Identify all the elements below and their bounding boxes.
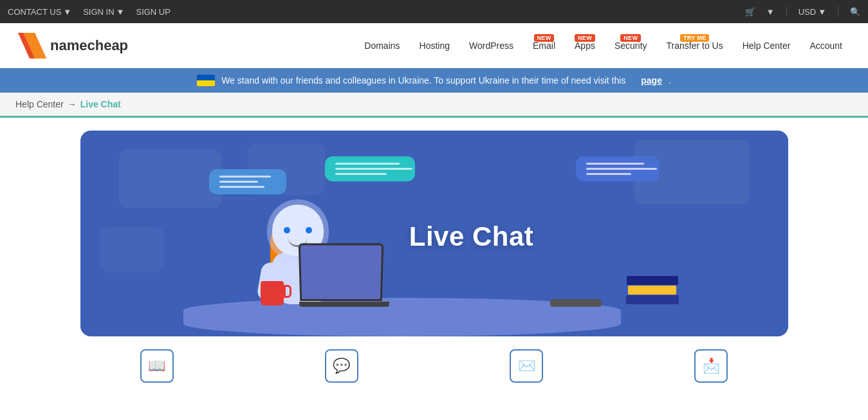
- bottom-icon-knowledge[interactable]: 📖: [140, 349, 174, 383]
- nav-label-help: Help Center: [743, 41, 791, 51]
- bubble-line: [335, 168, 412, 170]
- hero-title: Live Chat: [409, 221, 534, 252]
- flag-yellow: [197, 80, 215, 86]
- nav-item-domains[interactable]: Domains: [356, 35, 407, 56]
- nav-items: Domains Hosting WordPress NEW Email NEW …: [356, 35, 850, 56]
- nav-item-apps[interactable]: NEW Apps: [567, 35, 603, 56]
- bubble-line: [219, 181, 258, 183]
- bubble-line: [335, 163, 400, 165]
- yeti-eye-left: [284, 227, 290, 233]
- nav-item-wordpress[interactable]: WordPress: [461, 35, 521, 56]
- logo[interactable]: namecheap: [18, 33, 128, 59]
- breadcrumb-arrow: →: [68, 99, 77, 109]
- speech-bubble-center: [325, 156, 415, 181]
- yeti-eye-right: [306, 227, 312, 233]
- nav-label-hosting: Hosting: [420, 41, 450, 51]
- speech-bubble-right: [576, 156, 660, 181]
- security-badge: NEW: [620, 34, 641, 42]
- laptop: [299, 244, 389, 307]
- breadcrumb-parent[interactable]: Help Center: [15, 99, 64, 109]
- laptop-screen: [298, 243, 383, 301]
- email-badge: NEW: [534, 34, 555, 42]
- laptop-base: [299, 302, 389, 307]
- nav-label-domains: Domains: [364, 41, 400, 51]
- bubble-line: [586, 168, 657, 170]
- nav-label-email: Email: [533, 41, 555, 51]
- book-2: [628, 286, 676, 295]
- ticket-icon: 📩: [694, 349, 728, 383]
- apps-badge: NEW: [575, 34, 595, 42]
- ukraine-period: .: [669, 75, 671, 86]
- bottom-icon-email[interactable]: ✉️: [510, 349, 543, 383]
- contact-us-arrow: ▼: [63, 7, 71, 17]
- mug-handle: [284, 285, 291, 298]
- cart-arrow: ▼: [766, 7, 775, 17]
- nav-item-account[interactable]: Account: [802, 35, 850, 56]
- ukraine-link[interactable]: page: [641, 75, 662, 86]
- ukraine-flag: [197, 75, 215, 86]
- bg-bubble-1: [119, 150, 222, 208]
- bubble-line: [586, 173, 631, 175]
- nav-label-transfer: Transfer to Us: [667, 41, 723, 51]
- book-3: [626, 295, 679, 304]
- divider: [786, 6, 787, 17]
- bottom-icon-chat[interactable]: 💬: [325, 349, 358, 383]
- hero-section: Live Chat: [0, 118, 868, 336]
- hero-inner: Live Chat: [80, 131, 788, 336]
- live-chat-icon: 💬: [325, 349, 358, 383]
- tablet: [550, 299, 602, 307]
- divider2: [838, 6, 838, 17]
- bubble-line: [219, 186, 264, 188]
- ukraine-banner: We stand with our friends and colleagues…: [0, 68, 868, 93]
- nav-item-help[interactable]: Help Center: [735, 35, 799, 56]
- ukraine-text: We stand with our friends and colleagues…: [221, 75, 625, 86]
- coffee-mug: [261, 281, 284, 306]
- speech-bubble-left: [209, 169, 286, 194]
- nav-item-email[interactable]: NEW Email: [525, 35, 563, 56]
- top-bar-right: 🛒 ▼ USD▼ 🔍: [745, 6, 860, 17]
- logo-text: namecheap: [50, 37, 128, 54]
- sign-in-arrow: ▼: [116, 7, 125, 17]
- knowledge-base-icon: 📖: [140, 349, 174, 383]
- currency-selector[interactable]: USD▼: [799, 7, 826, 17]
- sign-up-link[interactable]: SIGN UP: [136, 7, 170, 17]
- nav-label-wordpress: WordPress: [469, 41, 513, 51]
- nav-item-hosting[interactable]: Hosting: [412, 35, 457, 56]
- email-support-icon: ✉️: [510, 349, 543, 383]
- breadcrumb: Help Center → Live Chat: [0, 93, 868, 118]
- bubble-line: [219, 176, 271, 178]
- breadcrumb-current: Live Chat: [80, 99, 121, 109]
- top-bar-left: CONTACT US▼ SIGN IN▼ SIGN UP: [8, 7, 171, 17]
- logo-icon: [18, 33, 46, 59]
- bottom-icon-ticket[interactable]: 📩: [694, 349, 728, 383]
- books-stack: [626, 276, 679, 304]
- nav-label-security: Security: [614, 41, 647, 51]
- cart-icon[interactable]: 🛒: [745, 7, 755, 17]
- main-nav: namecheap Domains Hosting WordPress NEW …: [0, 23, 868, 68]
- nav-item-transfer[interactable]: TRY ME Transfer to Us: [659, 35, 731, 56]
- currency-arrow: ▼: [818, 7, 826, 17]
- contact-us-link[interactable]: CONTACT US▼: [8, 7, 71, 17]
- flag-blue: [197, 75, 215, 80]
- transfer-badge: TRY ME: [680, 34, 709, 42]
- top-bar: CONTACT US▼ SIGN IN▼ SIGN UP 🛒 ▼ USD▼ 🔍: [0, 0, 868, 23]
- bg-bubble-4: [100, 227, 164, 272]
- bubble-line: [335, 173, 387, 175]
- book-1: [627, 276, 678, 285]
- search-icon[interactable]: 🔍: [850, 7, 860, 17]
- nav-label-apps: Apps: [575, 41, 595, 51]
- bubble-line: [586, 163, 644, 165]
- mug-body: [261, 281, 284, 306]
- nav-item-security[interactable]: NEW Security: [607, 35, 655, 56]
- sign-in-link[interactable]: SIGN IN▼: [83, 7, 124, 17]
- bottom-icons-row: 📖 💬 ✉️ 📩: [0, 336, 868, 396]
- nav-label-account: Account: [809, 41, 842, 51]
